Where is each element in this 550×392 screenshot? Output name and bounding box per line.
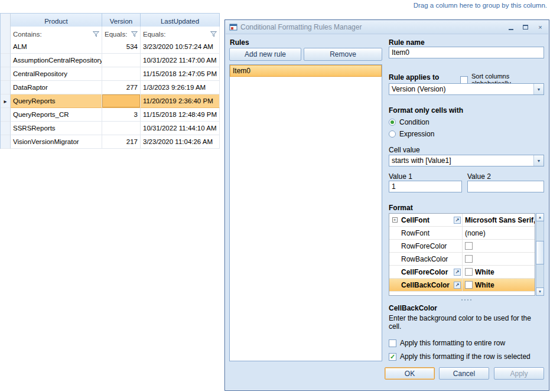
property-name: CellBackColor [401,281,450,289]
radio-icon[interactable] [389,119,396,126]
property-description-panel: CellBackColor Enter the background color… [389,304,544,331]
product-cell[interactable]: ALM [11,40,102,54]
cancel-button[interactable]: Cancel [439,367,489,380]
conditional-formatting-dialog: Conditional Formatting Rules Manager × R… [224,19,549,391]
apply-entire-row-checkbox[interactable]: Apply this formatting to entire row [389,339,505,347]
property-row-rowfont[interactable]: RowFont (none) [389,227,535,240]
scroll-down-icon[interactable]: ▼ [536,288,544,296]
apply-if-selected-checkbox[interactable]: ✓ Apply this formatting if the row is se… [389,352,531,361]
row-indicator [1,135,11,149]
rules-label: Rules [230,38,249,47]
condition-radio[interactable]: Condition [389,118,429,126]
cell-value-label: Cell value [389,146,420,154]
ok-button[interactable]: OK [385,367,435,380]
rule-name-label: Rule name [389,38,425,47]
dropdown-value: starts with [Value1] [389,156,533,165]
version-cell[interactable]: 534 [102,40,141,54]
product-cell[interactable]: VisionVersionMigrator [11,135,102,149]
version-cell[interactable] [102,54,141,67]
date-cell[interactable]: 10/31/2022 11:44:10 AM [141,122,220,135]
property-value[interactable]: (none) [463,227,535,239]
version-cell[interactable] [102,122,141,135]
rule-applies-to-label: Rule applies to [389,73,439,81]
scroll-up-icon[interactable]: ▲ [536,213,544,221]
chevron-down-icon[interactable]: ▼ [533,84,544,94]
version-cell[interactable] [102,67,141,81]
expression-radio[interactable]: Expression [389,130,434,138]
radio-icon[interactable] [389,130,396,138]
property-row-rowbackcolor[interactable]: RowBackColor [389,253,535,266]
checkbox-box[interactable] [389,339,396,347]
value2-input[interactable] [467,181,544,192]
property-value: White [475,268,494,276]
checkbox-box[interactable]: ✓ [389,353,396,361]
date-cell[interactable]: 11/20/2019 2:36:40 PM [141,94,220,108]
dialog-titlebar[interactable]: Conditional Formatting Rules Manager × [226,21,548,34]
color-swatch[interactable] [465,268,473,276]
version-cell[interactable]: 217 [102,135,141,149]
cell-value-dropdown[interactable]: starts with [Value1] ▼ [389,155,544,166]
value1-label: Value 1 [389,172,412,181]
version-cell[interactable]: 3 [102,108,141,122]
chevron-down-icon[interactable]: ▼ [533,155,544,166]
row-indicator [1,122,11,135]
value1-input[interactable] [389,181,462,192]
color-swatch[interactable] [465,281,473,289]
product-cell[interactable]: QueryReports [11,94,102,108]
scrollbar-thumb[interactable] [536,241,544,264]
property-row-cellfont[interactable]: + CellFont ↗ Microsoft Sans Serif, [389,214,535,227]
filter-funnel-icon[interactable] [93,31,99,37]
expand-icon[interactable]: + [392,217,398,223]
filter-funnel-icon[interactable] [131,31,138,37]
date-cell[interactable]: 10/31/2022 11:47:00 AM [141,54,220,67]
product-cell[interactable]: CentralRepository [11,67,102,81]
product-cell[interactable]: DataRaptor [11,81,102,94]
close-button[interactable]: × [536,23,545,32]
property-name: RowBackColor [401,255,448,263]
property-row-cellforecolor[interactable]: CellForeColor ↗ White [389,266,535,279]
product-cell[interactable]: AssumptionCentralRepository [11,54,102,67]
goto-icon[interactable]: ↗ [454,282,461,289]
date-cell[interactable]: 1/3/2023 9:26:19 AM [141,81,220,94]
product-cell[interactable]: SSRSReports [11,122,102,135]
goto-icon[interactable]: ↗ [454,269,461,276]
property-name: CellForeColor [401,268,448,276]
product-cell[interactable]: QueryReports_CR [11,108,102,122]
add-new-rule-button[interactable]: Add new rule [229,48,301,61]
date-cell[interactable]: 3/23/2020 10:57:24 AM [141,40,220,54]
version-cell[interactable] [102,94,141,108]
property-value[interactable]: Microsoft Sans Serif, [463,214,535,226]
group-by-panel[interactable]: Drag a column here to group by this colu… [414,2,547,9]
goto-icon[interactable]: ↗ [454,217,461,224]
color-swatch[interactable] [465,255,473,263]
minimize-icon [509,29,513,30]
rules-list[interactable]: Item0 [229,64,382,361]
filter-label: Equals: [143,31,165,38]
date-cell[interactable]: 11/15/2018 12:47:05 PM [141,67,220,81]
property-row-rowforecolor[interactable]: RowForeColor [389,240,535,253]
row-indicator [1,40,11,54]
maximize-button[interactable] [521,23,530,32]
date-cell[interactable]: 3/23/2020 11:04:26 AM [141,135,220,149]
applies-to-dropdown[interactable]: Version (Version) ▼ [389,83,544,95]
remove-rule-button[interactable]: Remove [304,48,382,61]
row-indicator [1,81,11,94]
products-grid: Product Version LastUpdated Contains: Eq… [0,13,219,149]
checkbox-box[interactable] [460,76,468,84]
version-cell[interactable]: 277 [102,81,141,94]
splitter-handle[interactable] [389,298,544,302]
rule-name-input[interactable] [389,47,544,58]
format-label: Format [389,204,413,212]
property-grid-scrollbar[interactable]: ▲ ▼ [536,213,544,296]
minimize-button[interactable] [506,23,515,32]
date-cell[interactable]: 11/15/2018 12:48:49 PM [141,108,220,122]
color-swatch[interactable] [465,242,473,250]
property-row-cellbackcolor[interactable]: CellBackColor ↗ White [389,279,535,292]
format-cells-label: Format only cells with [389,106,463,115]
apply-button[interactable]: Apply [494,367,544,380]
filter-label: Contains: [13,31,42,38]
rule-list-item-selected[interactable]: Item0 [230,65,382,77]
dialog-title: Conditional Formatting Rules Manager [240,23,362,31]
maximize-icon [523,25,528,30]
filter-funnel-icon[interactable] [210,31,217,37]
